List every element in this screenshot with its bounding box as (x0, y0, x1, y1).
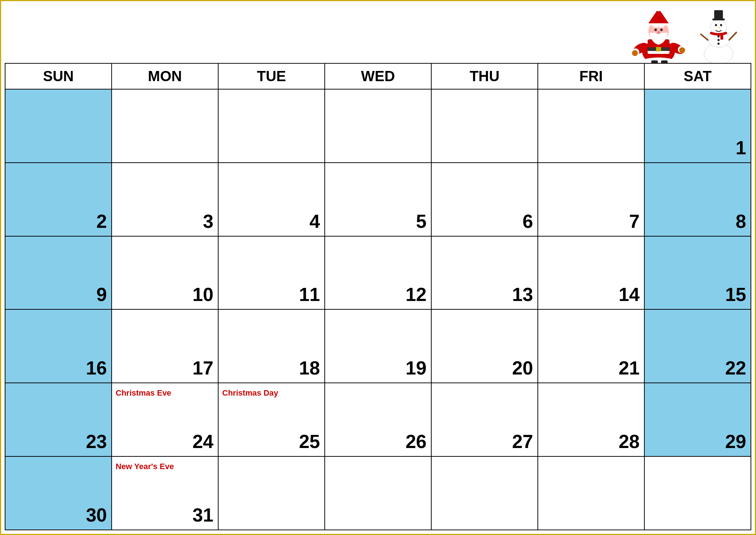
calendar-cell-w6-d2: New Year's Eve31 (112, 456, 218, 530)
day-number: 31 (192, 504, 213, 526)
calendar-cell-w2-d4: 5 (325, 163, 431, 236)
svg-line-12 (700, 34, 708, 40)
svg-point-9 (717, 39, 720, 41)
week-row-2: 2345678 (5, 163, 751, 236)
svg-point-5 (715, 24, 717, 26)
day-number: 5 (416, 210, 427, 232)
event-label: Christmas Eve (116, 388, 171, 398)
day-number: 15 (725, 284, 746, 305)
header (1, 1, 755, 63)
calendar-cell-w5-d2: Christmas Eve24 (112, 383, 218, 456)
header-wed: WED (325, 63, 431, 89)
day-number: 14 (619, 284, 640, 305)
header-thu: THU (431, 63, 538, 89)
calendar-cell-w1-d2 (112, 89, 218, 163)
calendar-cell-w1-d1 (5, 89, 112, 163)
header-sat: SAT (644, 63, 751, 89)
calendar-cell-w3-d7: 15 (644, 236, 751, 310)
calendar-cell-w6-d3 (218, 456, 325, 530)
week-row-6: 30New Year's Eve31 (5, 456, 751, 530)
svg-point-33 (656, 5, 661, 11)
calendar-cell-w1-d5 (431, 89, 538, 163)
calendar-cell-w2-d6: 7 (538, 163, 644, 236)
week-row-5: 23Christmas Eve24Christmas Day2526272829 (5, 383, 751, 456)
day-number: 10 (192, 284, 213, 305)
calendar-cell-w4-d6: 21 (538, 309, 644, 383)
day-number: 22 (725, 357, 746, 379)
header-tue: TUE (218, 63, 325, 89)
week-row-4: 16171819202122 (5, 309, 751, 383)
calendar-cell-w3-d3: 11 (218, 236, 325, 310)
calendar-cell-w3-d2: 10 (112, 236, 218, 310)
day-number: 12 (405, 284, 427, 305)
svg-point-6 (720, 24, 722, 26)
day-number: 19 (405, 357, 427, 379)
calendar-cell-w6-d7 (644, 456, 751, 530)
day-number: 30 (86, 504, 107, 526)
calendar-cell-w3-d1: 9 (5, 236, 112, 310)
calendar-cell-w5-d1: 23 (5, 383, 112, 456)
calendar-cell-w2-d2: 3 (112, 163, 218, 236)
calendar-cell-w4-d4: 19 (325, 309, 431, 383)
day-number: 17 (192, 357, 213, 379)
svg-line-13 (729, 32, 737, 40)
day-number: 6 (523, 210, 533, 232)
days-header-row: SUN MON TUE WED THU FRI SAT (5, 63, 751, 89)
calendar-table: SUN MON TUE WED THU FRI SAT 123456789101… (5, 63, 751, 530)
calendar-cell-w5-d6: 28 (538, 383, 644, 456)
day-number: 4 (309, 210, 320, 232)
calendar-cell-w4-d2: 17 (112, 309, 218, 383)
day-number: 16 (86, 357, 107, 379)
header-fri: FRI (538, 63, 644, 89)
svg-rect-23 (656, 47, 661, 51)
day-number: 18 (299, 357, 320, 379)
calendar-wrapper: SUN MON TUE WED THU FRI SAT 123456789101… (1, 63, 755, 534)
svg-point-34 (655, 29, 657, 31)
calendar-cell-w6-d4 (325, 456, 431, 530)
calendar-cell-w6-d6 (538, 456, 644, 530)
event-label: Christmas Day (222, 388, 278, 398)
calendar-cell-w4-d5: 20 (431, 309, 538, 383)
day-number: 24 (192, 431, 213, 452)
calendar-cell-w5-d3: Christmas Day25 (218, 383, 325, 456)
day-number: 25 (299, 431, 320, 452)
week-row-1: 1 (5, 89, 751, 163)
day-number: 3 (203, 210, 213, 232)
calendar-cell-w5-d5: 27 (431, 383, 538, 456)
svg-point-29 (679, 47, 685, 53)
calendar-cell-w4-d7: 22 (644, 309, 751, 383)
day-number: 23 (86, 431, 107, 452)
calendar-cell-w6-d1: 30 (5, 456, 112, 530)
svg-rect-17 (661, 60, 668, 63)
svg-rect-4 (714, 10, 723, 19)
calendar-cell-w5-d4: 26 (325, 383, 431, 456)
day-number: 28 (619, 431, 640, 452)
calendar-cell-w1-d4 (325, 89, 431, 163)
day-number: 29 (725, 431, 746, 452)
calendar-cell-w1-d6 (538, 89, 644, 163)
calendar-page: SUN MON TUE WED THU FRI SAT 123456789101… (0, 0, 756, 535)
day-number: 8 (736, 210, 746, 232)
day-number: 13 (512, 284, 533, 305)
calendar-cell-w3-d5: 13 (431, 236, 538, 310)
day-number: 7 (629, 210, 640, 232)
calendar-cell-w1-d7: 1 (644, 89, 751, 163)
day-number: 27 (512, 431, 533, 452)
calendar-cell-w2-d5: 6 (431, 163, 538, 236)
day-number: 11 (299, 284, 320, 305)
calendar-cell-w4-d1: 16 (5, 309, 112, 383)
week-row-3: 9101112131415 (5, 236, 751, 310)
calendar-cell-w2-d7: 8 (644, 163, 751, 236)
svg-point-28 (632, 50, 638, 56)
svg-point-35 (660, 29, 663, 31)
calendar-cell-w4-d3: 18 (218, 309, 325, 383)
header-mon: MON (112, 63, 218, 89)
svg-rect-11 (720, 33, 723, 40)
header-sun: SUN (5, 63, 112, 89)
calendar-cell-w5-d7: 29 (644, 383, 751, 456)
day-number: 9 (96, 284, 107, 305)
calendar-cell-w1-d3 (218, 89, 325, 163)
day-number: 21 (619, 357, 640, 379)
calendar-cell-w3-d4: 12 (325, 236, 431, 310)
day-number: 2 (96, 210, 107, 232)
